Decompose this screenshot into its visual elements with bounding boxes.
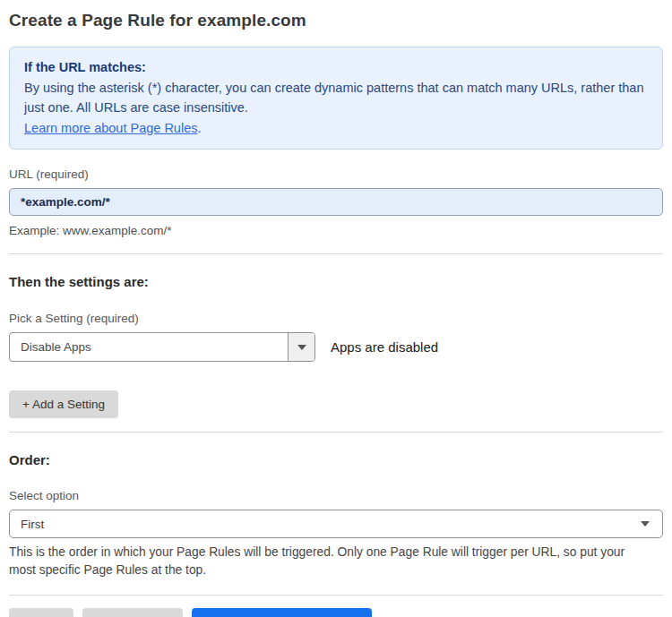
save-and-deploy-button[interactable]: Save and Deploy Page Rule [192, 608, 373, 617]
order-select-label: Select option [9, 489, 663, 503]
info-body-text: By using the asterisk (*) character, you… [24, 78, 648, 118]
link-period: . [197, 121, 201, 135]
order-section-heading: Order: [9, 452, 663, 468]
page-title: Create a Page Rule for example.com [9, 9, 663, 32]
setting-select-arrow-button[interactable] [288, 333, 314, 361]
setting-status-text: Apps are disabled [331, 339, 438, 355]
pick-setting-label: Pick a Setting (required) [9, 312, 663, 326]
learn-more-link[interactable]: Learn more about Page Rules [24, 121, 197, 135]
add-setting-button[interactable]: + Add a Setting [9, 390, 118, 418]
caret-down-icon [641, 521, 650, 527]
divider [9, 432, 663, 433]
setting-row: Disable Apps Apps are disabled [9, 332, 663, 362]
url-match-info-callout: If the URL matches: By using the asteris… [9, 47, 663, 150]
cancel-button[interactable]: Cancel [9, 608, 73, 617]
order-helper-text: This is the order in which your Page Rul… [9, 544, 654, 579]
footer-action-bar: Cancel Save as Draft Save and Deploy Pag… [9, 608, 663, 617]
order-select[interactable]: First [9, 510, 663, 538]
info-heading: If the URL matches: [24, 57, 648, 78]
divider [9, 595, 663, 596]
info-link-line: Learn more about Page Rules. [24, 118, 648, 139]
caret-down-icon [297, 345, 306, 350]
divider [9, 253, 663, 254]
save-as-draft-button[interactable]: Save as Draft [82, 608, 183, 617]
url-input[interactable] [9, 188, 663, 216]
url-field-label: URL (required) [9, 167, 663, 182]
setting-select[interactable]: Disable Apps [9, 332, 315, 362]
order-select-value: First [21, 518, 641, 531]
settings-section-heading: Then the settings are: [9, 274, 663, 290]
create-page-rule-panel: Create a Page Rule for example.com If th… [0, 0, 672, 617]
setting-select-value: Disable Apps [10, 333, 288, 361]
url-example-helper: Example: www.example.com/* [9, 222, 663, 240]
